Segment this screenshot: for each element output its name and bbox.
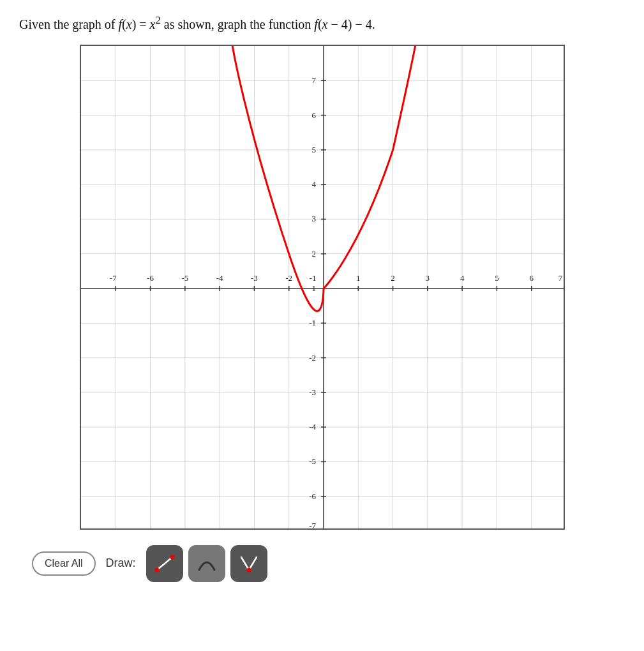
svg-text:4: 4 — [460, 273, 464, 283]
curve-tool-button[interactable] — [146, 545, 183, 582]
angle-tool-icon — [237, 552, 260, 575]
svg-text:-5: -5 — [181, 273, 188, 283]
svg-text:-5: -5 — [309, 456, 316, 466]
svg-text:-4: -4 — [309, 422, 316, 431]
svg-text:7: 7 — [558, 273, 562, 283]
draw-label: Draw: — [106, 557, 136, 570]
svg-text:-4: -4 — [216, 273, 223, 283]
svg-text:1: 1 — [356, 273, 361, 283]
arch-tool-icon — [195, 552, 218, 575]
curve-tool-icon — [153, 552, 176, 575]
svg-text:-7: -7 — [109, 273, 116, 283]
svg-text:-2: -2 — [285, 273, 292, 283]
svg-text:-6: -6 — [309, 491, 316, 500]
svg-line-78 — [157, 557, 172, 570]
svg-point-79 — [154, 567, 159, 572]
svg-point-80 — [170, 555, 174, 559]
svg-text:-1: -1 — [309, 318, 316, 327]
svg-text:-6: -6 — [147, 273, 154, 283]
svg-text:5: 5 — [495, 273, 499, 283]
svg-text:-3: -3 — [251, 273, 258, 283]
svg-text:7: 7 — [311, 75, 316, 85]
draw-tools — [146, 545, 267, 582]
svg-text:-7: -7 — [309, 521, 316, 530]
svg-text:3: 3 — [425, 273, 430, 283]
svg-text:-2: -2 — [309, 352, 316, 362]
svg-text:6: 6 — [529, 273, 534, 283]
svg-text:4: 4 — [311, 179, 316, 189]
angle-tool-button[interactable] — [230, 545, 267, 582]
svg-text:1: 1 — [311, 283, 316, 293]
svg-text:-1: -1 — [309, 273, 316, 283]
svg-text:6: 6 — [311, 110, 316, 119]
svg-point-81 — [246, 567, 251, 572]
arch-tool-button[interactable] — [188, 545, 225, 582]
graph-area: .grid-minor { stroke: #ccc; stroke-width… — [80, 45, 565, 530]
problem-text: Given the graph of f(x) = x2 as shown, g… — [19, 13, 625, 33]
svg-text:3: 3 — [311, 214, 316, 223]
bottom-toolbar: Clear All Draw: — [32, 545, 625, 582]
svg-text:2: 2 — [311, 248, 316, 258]
svg-text:5: 5 — [311, 145, 316, 154]
svg-text:2: 2 — [391, 273, 395, 283]
graph-svg: .grid-minor { stroke: #ccc; stroke-width… — [81, 46, 565, 530]
svg-text:-3: -3 — [309, 387, 316, 397]
clear-all-button[interactable]: Clear All — [32, 551, 96, 576]
